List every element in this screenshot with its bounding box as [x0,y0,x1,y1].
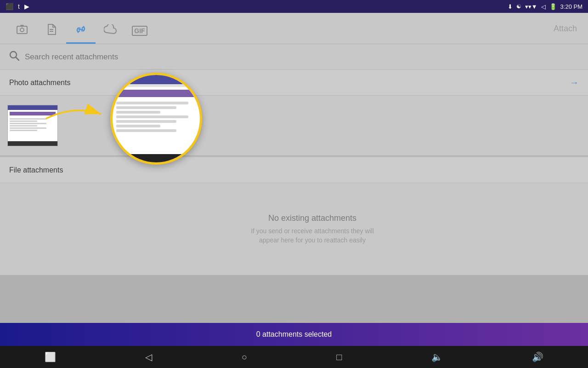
file-section-title: File attachments [9,166,63,174]
app-icon-2: t [18,3,20,10]
svg-rect-0 [17,26,27,34]
back-icon[interactable]: ◁ [145,351,152,362]
home-icon[interactable]: ○ [242,352,247,362]
main-content: Photo attachments → [0,70,588,276]
gif-tab-icon: GIF [132,26,147,36]
cloud-tab-icon [104,24,117,37]
search-bar [0,44,588,70]
tab-file[interactable] [37,18,66,44]
svg-point-1 [20,28,24,32]
wifi-icon: ▾▾▼ [525,3,537,10]
toolbar: GIF Attach [0,13,588,44]
status-bar-left: ⬛ t ▶ [6,3,29,10]
file-section-header: File attachments [0,157,588,183]
photo-section-title: Photo attachments [9,79,70,87]
vol-up-icon: 🔊 [532,351,543,362]
yellow-arrow [37,100,110,137]
attach-count-label: 0 attachments selected [256,330,332,339]
tab-photo[interactable] [7,18,37,44]
tab-link[interactable] [66,18,96,44]
search-input[interactable] [25,52,579,62]
app-icon-3: ▶ [24,3,29,10]
vol-down-icon: 🔈 [431,351,443,362]
bluetooth-icon: ⬇︎ [508,3,513,10]
bluetooth-icon2: ☯ [516,3,521,10]
no-attachments-subtitle: If you send or receive attachments they … [243,227,381,245]
no-attachments-title: No existing attachments [268,213,356,223]
photo-section-header[interactable]: Photo attachments → [0,70,588,96]
recents-icon[interactable]: □ [336,352,342,362]
app-icon-1: ⬛ [6,3,13,10]
file-tab-icon [47,24,56,38]
file-section-body: No existing attachments If you send or r… [0,183,588,275]
no-attachments-container: No existing attachments If you send or r… [7,213,581,245]
android-nav-bar: ⬜ ◁ ○ □ 🔈 🔊 [0,346,588,368]
tab-gif[interactable]: GIF [125,18,154,44]
zoom-circle [110,73,202,165]
status-bar-right: ⬇︎ ☯ ▾▾▼ ◁ 🔋 3:20 PM [508,3,582,10]
svg-line-6 [16,57,19,60]
thumb-bottom-bar [8,141,57,146]
signal-icon: ◁ [541,3,546,10]
zoom-lines [113,97,200,154]
tab-bar: GIF [7,18,581,44]
search-icon [9,51,19,63]
attach-bar: 0 attachments selected [0,323,588,346]
photo-tab-icon [17,25,28,37]
screenshot-icon: ⬜ [45,351,56,362]
tab-cloud[interactable] [96,18,125,44]
attach-button[interactable]: Attach [554,23,577,33]
link-tab-icon [75,23,87,38]
file-attachments-section: File attachments No existing attachments… [0,157,588,276]
status-bar: ⬛ t ▶ ⬇︎ ☯ ▾▾▼ ◁ 🔋 3:20 PM [0,0,588,13]
battery-icon: 🔋 [549,3,557,10]
photo-section-body [0,96,588,155]
photo-section-arrow[interactable]: → [570,77,579,88]
time-display: 3:20 PM [560,3,582,10]
photo-attachments-section: Photo attachments → [0,70,588,156]
zoom-purple-bar [115,90,197,97]
